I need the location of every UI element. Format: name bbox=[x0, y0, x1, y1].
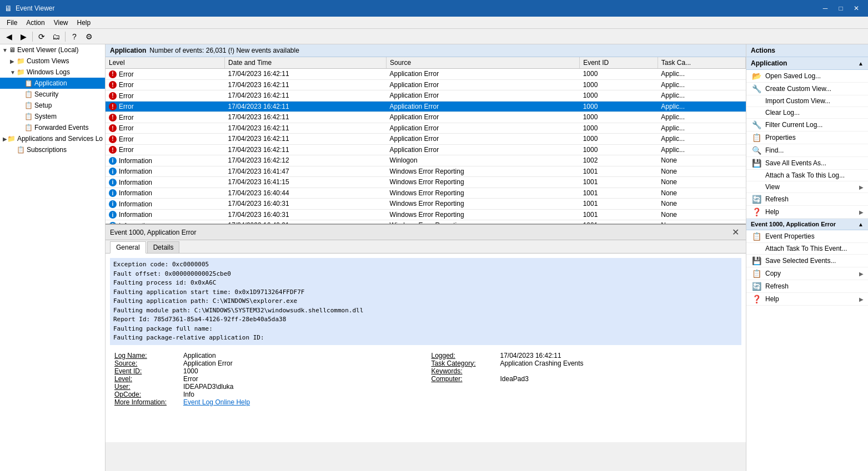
cell-eventid: 1000 bbox=[580, 134, 658, 145]
menu-action[interactable]: Action bbox=[22, 18, 49, 28]
table-row[interactable]: iInformation 17/04/2023 16:40:44 Windows… bbox=[106, 188, 746, 199]
table-row[interactable]: iInformation 17/04/2023 16:41:15 Windows… bbox=[106, 177, 746, 188]
table-row[interactable]: !Error 17/04/2023 16:42:11 Application E… bbox=[106, 123, 746, 134]
table-row[interactable]: !Error 17/04/2023 16:42:11 Application E… bbox=[106, 90, 746, 102]
action-item-properties[interactable]: 📋 Properties bbox=[746, 131, 868, 144]
tab-general[interactable]: General bbox=[110, 241, 146, 254]
node-icon: 📁 bbox=[17, 57, 25, 65]
log-title: Application bbox=[110, 47, 146, 54]
cell-source: Windows Error Reporting bbox=[387, 177, 580, 188]
level-value: Error bbox=[183, 375, 198, 383]
cell-level: !Error bbox=[106, 112, 225, 123]
action-item-open-saved-log-[interactable]: 📂 Open Saved Log... bbox=[746, 70, 868, 83]
col-level[interactable]: Level bbox=[106, 57, 225, 69]
main-layout: ▼ 🖥 Event Viewer (Local) ▶ 📁 Custom View… bbox=[0, 44, 868, 471]
table-row[interactable]: !Error 17/04/2023 16:42:11 Application E… bbox=[106, 101, 746, 112]
col-source[interactable]: Source bbox=[387, 57, 580, 69]
sidebar-item-event-viewer-local[interactable]: ▼ 🖥 Event Viewer (Local) bbox=[0, 44, 105, 55]
col-taskcategory[interactable]: Task Ca... bbox=[658, 57, 745, 69]
cell-source: Application Error bbox=[387, 112, 580, 123]
action-item-create-custom-view-[interactable]: 🔧 Create Custom View... bbox=[746, 83, 868, 95]
tab-details[interactable]: Details bbox=[147, 241, 180, 253]
cell-taskcategory: Applic... bbox=[658, 134, 745, 145]
sidebar-item-security[interactable]: 📋 Security bbox=[0, 89, 105, 100]
event-action-icon: ❓ bbox=[751, 295, 762, 303]
table-row[interactable]: iInformation 17/04/2023 16:40:31 Windows… bbox=[106, 199, 746, 210]
sidebar-item-subscriptions[interactable]: 📋 Subscriptions bbox=[0, 144, 105, 155]
moreinfo-link[interactable]: Event Log Online Help bbox=[183, 398, 250, 406]
cell-level: iInformation bbox=[106, 177, 225, 188]
col-datetime[interactable]: Date and Time bbox=[225, 57, 387, 69]
close-button[interactable]: ✕ bbox=[849, 2, 864, 14]
menu-file[interactable]: File bbox=[2, 18, 22, 28]
moreinfo-label: More Information: bbox=[114, 398, 181, 406]
table-row[interactable]: iInformation 17/04/2023 16:42:12 Winlogo… bbox=[106, 155, 746, 166]
node-icon: 📋 bbox=[24, 79, 33, 87]
cell-datetime: 17/04/2023 16:40:44 bbox=[225, 188, 387, 199]
table-row[interactable]: !Error 17/04/2023 16:42:11 Application E… bbox=[106, 69, 746, 80]
sidebar-scroll[interactable]: ▼ 🖥 Event Viewer (Local) ▶ 📁 Custom View… bbox=[0, 44, 105, 471]
toolbar-separator-2 bbox=[65, 32, 66, 42]
action-item-help[interactable]: ❓ Help ▶ bbox=[746, 206, 868, 219]
cell-taskcategory: Applic... bbox=[658, 79, 745, 90]
refresh-toolbar-button[interactable]: ⟳ bbox=[35, 31, 48, 43]
table-row[interactable]: iInformation 17/04/2023 16:40:31 Windows… bbox=[106, 209, 746, 220]
tree-label: Setup bbox=[34, 102, 52, 109]
log-header: Application Number of events: 26,031 (!)… bbox=[106, 44, 746, 57]
event1000-section-collapse-icon[interactable]: ▲ bbox=[858, 221, 864, 227]
action-item-clear-log-[interactable]: Clear Log... bbox=[746, 107, 868, 119]
table-row[interactable]: !Error 17/04/2023 16:42:11 Application E… bbox=[106, 79, 746, 90]
app-actions-header[interactable]: Application ▲ bbox=[746, 57, 868, 70]
sidebar-item-custom-views[interactable]: ▶ 📁 Custom Views bbox=[0, 55, 105, 67]
event-action-item-attach-task-to-this-event-[interactable]: Attach Task To This Event... bbox=[746, 243, 868, 255]
event-action-item-refresh[interactable]: 🔄 Refresh bbox=[746, 280, 868, 293]
sidebar-item-setup[interactable]: 📋 Setup bbox=[0, 100, 105, 111]
user-label: User: bbox=[114, 383, 181, 391]
back-button[interactable]: ◀ bbox=[2, 31, 16, 43]
action-item-attach-a-task-to-this-log-[interactable]: Attach a Task To this Log... bbox=[746, 170, 868, 181]
minimize-button[interactable]: ─ bbox=[818, 2, 832, 14]
info-icon: i bbox=[109, 189, 117, 197]
sidebar-item-apps-services[interactable]: ▶ 📁 Applications and Services Lo bbox=[0, 133, 105, 144]
action-item-find-[interactable]: 🔍 Find... bbox=[746, 144, 868, 157]
table-row[interactable]: !Error 17/04/2023 16:42:11 Application E… bbox=[106, 144, 746, 155]
action-label: Filter Current Log... bbox=[765, 121, 822, 129]
table-row[interactable]: !Error 17/04/2023 16:42:11 Application E… bbox=[106, 134, 746, 145]
event-action-item-event-properties[interactable]: 📋 Event Properties bbox=[746, 230, 868, 243]
event-action-item-help[interactable]: ❓ Help ▶ bbox=[746, 293, 868, 306]
filter-toolbar-button[interactable]: ⚙ bbox=[82, 31, 96, 43]
sidebar-item-forwarded-events[interactable]: 📋 Forwarded Events bbox=[0, 122, 105, 133]
maximize-button[interactable]: □ bbox=[834, 2, 848, 14]
field-source: Source: Application Error bbox=[114, 359, 420, 367]
action-item-view[interactable]: View ▶ bbox=[746, 181, 868, 193]
table-row[interactable]: iInformation 17/04/2023 16:41:47 Windows… bbox=[106, 166, 746, 177]
detail-text-area[interactable]: Exception code: 0xc0000005 Fault offset:… bbox=[106, 254, 746, 442]
action-item-save-all-events-as-[interactable]: 💾 Save All Events As... bbox=[746, 157, 868, 170]
cell-source: Windows Error Reporting bbox=[387, 199, 580, 210]
title-bar: 🖥 Event Viewer ─ □ ✕ bbox=[0, 0, 868, 17]
event-action-item-save-selected-events-[interactable]: 💾 Save Selected Events... bbox=[746, 255, 868, 267]
event1000-actions-header[interactable]: Event 1000, Application Error ▲ bbox=[746, 219, 868, 230]
node-icon: 📋 bbox=[17, 146, 25, 154]
action-item-filter-current-log-[interactable]: 🔧 Filter Current Log... bbox=[746, 119, 868, 131]
logname-label: Log Name: bbox=[114, 352, 181, 359]
sidebar-item-windows-logs[interactable]: ▼ 📁 Windows Logs bbox=[0, 67, 105, 78]
col-eventid[interactable]: Event ID bbox=[580, 57, 658, 69]
menu-view[interactable]: View bbox=[49, 18, 73, 28]
event-table-container[interactable]: Level Date and Time Source Event ID Task… bbox=[106, 57, 746, 224]
error-icon: ! bbox=[109, 124, 117, 132]
detail-close-button[interactable]: ✕ bbox=[730, 227, 741, 237]
sidebar-item-system[interactable]: 📋 System bbox=[0, 111, 105, 122]
cell-source: Application Error bbox=[387, 90, 580, 102]
help-toolbar-button[interactable]: ? bbox=[68, 31, 81, 43]
forward-button[interactable]: ▶ bbox=[17, 31, 30, 43]
app-section-collapse-icon[interactable]: ▲ bbox=[858, 60, 864, 67]
properties-toolbar-button[interactable]: 🗂 bbox=[49, 31, 63, 43]
action-item-refresh[interactable]: 🔄 Refresh bbox=[746, 193, 868, 206]
event-action-item-copy[interactable]: 📋 Copy ▶ bbox=[746, 267, 868, 280]
menu-help[interactable]: Help bbox=[73, 18, 96, 28]
table-row[interactable]: !Error 17/04/2023 16:42:11 Application E… bbox=[106, 112, 746, 123]
action-item-import-custom-view-[interactable]: Import Custom View... bbox=[746, 95, 868, 107]
sidebar-item-application[interactable]: 📋 Application bbox=[0, 78, 105, 89]
computer-value: IdeaPad3 bbox=[500, 375, 529, 383]
